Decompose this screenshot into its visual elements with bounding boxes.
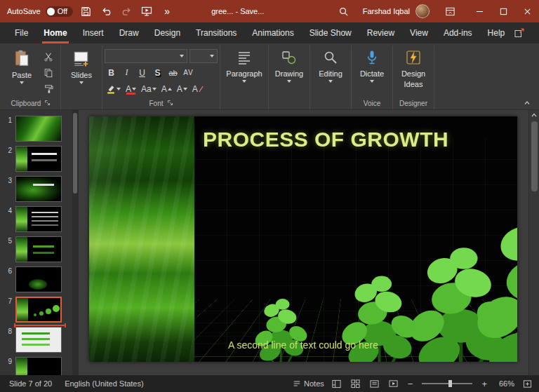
strikethrough-button[interactable]: ab bbox=[166, 66, 180, 79]
zoom-slider[interactable] bbox=[422, 383, 472, 384]
slide-thumbnail[interactable] bbox=[15, 266, 62, 292]
tab-view[interactable]: View bbox=[402, 22, 436, 43]
tab-transitions[interactable]: Transitions bbox=[188, 22, 244, 43]
highlight-caret-icon bbox=[117, 88, 121, 90]
vertical-scrollbar-thumb[interactable] bbox=[531, 121, 538, 191]
tab-home[interactable]: Home bbox=[36, 22, 74, 43]
text-shadow-button[interactable]: S bbox=[151, 66, 164, 79]
save-icon[interactable] bbox=[78, 2, 93, 20]
slide-thumbnail[interactable] bbox=[15, 327, 62, 353]
autosave-toggle[interactable]: Off bbox=[46, 6, 73, 17]
slide-row-4[interactable]: 4 bbox=[3, 206, 79, 232]
slide-row-1[interactable]: 1 bbox=[3, 116, 79, 142]
menubar-right-icons bbox=[512, 26, 539, 40]
decrease-font-size-button[interactable]: A bbox=[175, 82, 189, 95]
vertical-scrollbar[interactable] bbox=[528, 110, 539, 375]
zoom-slider-knob[interactable] bbox=[448, 380, 452, 387]
user-avatar[interactable] bbox=[415, 4, 430, 18]
slide-row-7-selected[interactable]: 7 bbox=[3, 297, 79, 323]
collapse-ribbon-icon[interactable] bbox=[521, 97, 533, 107]
autosave-state: Off bbox=[58, 7, 67, 15]
maximize-button[interactable] bbox=[491, 0, 515, 22]
notes-button[interactable]: Notes bbox=[293, 379, 324, 388]
redo-icon[interactable] bbox=[119, 2, 134, 20]
close-button[interactable] bbox=[515, 0, 539, 22]
slides-button[interactable]: Slides bbox=[63, 46, 100, 97]
design-ideas-button[interactable]: Design Ideas bbox=[395, 46, 432, 97]
character-spacing-button[interactable]: AV bbox=[182, 66, 195, 79]
slide-row-9[interactable]: 9 bbox=[3, 357, 79, 375]
format-painter-icon[interactable] bbox=[41, 83, 55, 95]
clipboard-dialog-launcher-icon[interactable] bbox=[44, 100, 51, 107]
slide-sorter-view-icon[interactable] bbox=[350, 378, 362, 389]
slide-number: 3 bbox=[3, 176, 12, 184]
slide-row-5[interactable]: 5 bbox=[3, 236, 79, 262]
tab-slide-show[interactable]: Slide Show bbox=[302, 22, 359, 43]
slide-thumbnail[interactable] bbox=[15, 176, 62, 202]
dictate-button[interactable]: Dictate bbox=[354, 46, 390, 97]
slide-thumbnail[interactable] bbox=[15, 206, 62, 232]
user-name[interactable]: Farshad Iqbal bbox=[363, 7, 410, 15]
panel-scrollbar-thumb[interactable] bbox=[73, 113, 77, 194]
change-case-button[interactable]: Aa bbox=[140, 82, 158, 95]
minimize-button[interactable] bbox=[467, 0, 491, 22]
tab-review[interactable]: Review bbox=[359, 22, 402, 43]
highlight-color-button[interactable] bbox=[105, 82, 122, 95]
slide-thumbnail[interactable] bbox=[15, 116, 62, 142]
slide-row-2[interactable]: 2 bbox=[3, 146, 79, 172]
underline-button[interactable]: U bbox=[135, 66, 149, 79]
tab-animations[interactable]: Animations bbox=[244, 22, 301, 43]
undo-icon[interactable] bbox=[98, 2, 114, 20]
fit-slide-to-window-icon[interactable] bbox=[521, 378, 533, 389]
tab-file[interactable]: File bbox=[7, 22, 36, 43]
tab-design[interactable]: Design bbox=[147, 22, 188, 43]
reading-view-icon[interactable] bbox=[368, 378, 381, 389]
editing-button[interactable]: Editing bbox=[312, 46, 349, 97]
font-dialog-launcher-icon[interactable] bbox=[167, 100, 173, 107]
ribbon-display-options-icon[interactable] bbox=[442, 2, 458, 20]
zoom-in-button[interactable]: + bbox=[480, 379, 488, 389]
zoom-level[interactable]: 66% bbox=[495, 379, 514, 388]
slide-row-6[interactable]: 6 bbox=[3, 266, 79, 292]
font-size-combo[interactable] bbox=[189, 49, 218, 63]
normal-view-icon[interactable] bbox=[331, 378, 343, 389]
designer-group-label: Designer bbox=[395, 97, 432, 109]
slide-editing-surface[interactable]: PROCESS OF GROWTH A second line of text … bbox=[89, 116, 517, 362]
increase-font-size-button[interactable]: A bbox=[160, 82, 173, 95]
share-icon[interactable] bbox=[512, 26, 526, 40]
bold-button[interactable]: B bbox=[105, 66, 118, 79]
new-slide-icon bbox=[72, 49, 91, 69]
drawing-button[interactable]: Drawing bbox=[271, 46, 307, 97]
tab-help[interactable]: Help bbox=[480, 22, 513, 43]
slide-title-text[interactable]: PROCESS OF GROWTH bbox=[203, 128, 516, 151]
search-icon[interactable] bbox=[336, 2, 352, 20]
slide-thumbnail[interactable] bbox=[15, 146, 62, 172]
slide-thumbnail[interactable] bbox=[15, 236, 62, 262]
slide-thumbnail[interactable] bbox=[15, 357, 62, 375]
font-color-button[interactable]: A bbox=[124, 82, 138, 95]
paste-button[interactable]: Paste bbox=[4, 46, 40, 97]
language-indicator[interactable]: English (United States) bbox=[58, 379, 150, 388]
slide-row-3[interactable]: 3 bbox=[3, 176, 79, 202]
slide-counter[interactable]: Slide 7 of 20 bbox=[3, 379, 58, 388]
tab-draw[interactable]: Draw bbox=[112, 22, 147, 43]
panel-scrollbar[interactable] bbox=[72, 110, 79, 375]
font-name-combo[interactable] bbox=[105, 49, 187, 63]
italic-button[interactable]: I bbox=[120, 66, 133, 79]
slideshow-view-icon[interactable] bbox=[387, 378, 400, 389]
drawing-icon bbox=[281, 49, 298, 67]
slide-canvas-area[interactable]: PROCESS OF GROWTH A second line of text … bbox=[79, 110, 528, 375]
slide-row-8[interactable]: 8 bbox=[3, 327, 79, 353]
scroll-up-arrow-icon[interactable] bbox=[529, 110, 539, 120]
more-commands-button[interactable]: » bbox=[159, 2, 175, 20]
tab-add-ins[interactable]: Add-ins bbox=[436, 22, 480, 43]
copy-icon[interactable] bbox=[41, 67, 55, 79]
cut-icon[interactable] bbox=[41, 50, 55, 63]
zoom-out-button[interactable]: − bbox=[406, 379, 415, 389]
start-slideshow-icon[interactable] bbox=[139, 2, 154, 20]
paragraph-button[interactable]: Paragraph bbox=[222, 46, 266, 97]
slide-caption-text[interactable]: A second line of text could go here bbox=[89, 339, 517, 351]
slide-thumbnail-selected[interactable] bbox=[15, 297, 62, 323]
tab-insert[interactable]: Insert bbox=[75, 22, 112, 43]
clear-formatting-button[interactable]: A bbox=[191, 82, 205, 95]
